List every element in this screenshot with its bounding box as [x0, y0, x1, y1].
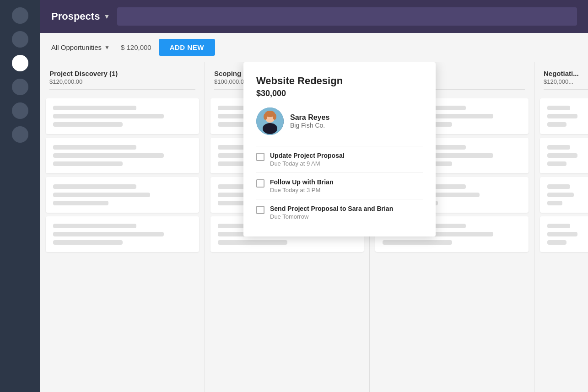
title-dropdown-icon[interactable]: ▼	[103, 13, 110, 20]
column-header-negotiation: Negotiati... $120,000...	[534, 62, 588, 95]
task-title-3: Send Project Proposal to Sara and Brian	[270, 205, 393, 212]
task-content-1: Update Project Proposal Due Today at 9 A…	[270, 152, 345, 167]
skeleton-line	[547, 224, 570, 228]
skeleton-line	[53, 201, 108, 205]
skeleton-line	[53, 224, 136, 228]
task-checkbox-1[interactable]	[256, 153, 264, 161]
task-content-3: Send Project Proposal to Sara and Brian …	[270, 205, 393, 220]
table-row[interactable]	[540, 177, 588, 213]
task-checkbox-2[interactable]	[256, 179, 264, 188]
skeleton-line	[53, 161, 123, 166]
app-container: Prospects ▼ All Opportunities ▼ $ 120,00…	[0, 0, 588, 392]
column-project-discovery: Project Discovery (1) $120,000.00	[40, 62, 205, 392]
task-title-2: Follow Up with Brian	[270, 178, 333, 186]
table-row[interactable]	[540, 98, 588, 134]
total-amount: $ 120,000	[121, 43, 151, 51]
popup-title: Website Redesign	[256, 75, 423, 87]
table-row[interactable]	[540, 216, 588, 252]
skeleton-line	[53, 184, 136, 189]
table-row[interactable]	[46, 138, 199, 173]
skeleton-line	[53, 145, 136, 150]
contact-company: Big Fish Co.	[290, 122, 329, 129]
svg-point-1	[263, 123, 277, 134]
skeleton-line	[547, 153, 577, 158]
sidebar-item-2[interactable]	[12, 31, 28, 48]
table-row[interactable]	[46, 98, 199, 134]
column-amount: $120,000...	[544, 78, 588, 85]
column-negotiation: Negotiati... $120,000...	[534, 62, 588, 392]
contact-name: Sara Reyes	[290, 113, 329, 122]
skeleton-line	[547, 240, 566, 245]
skeleton-line	[53, 193, 150, 197]
skeleton-line	[53, 114, 164, 118]
sidebar	[0, 0, 40, 392]
sidebar-item-5[interactable]	[12, 102, 28, 119]
skeleton-line	[547, 193, 574, 197]
toolbar: All Opportunities ▼ $ 120,000 ADD NEW	[40, 33, 588, 62]
header: Prospects ▼	[40, 0, 588, 33]
task-due-3: Due Tomorrow	[270, 213, 393, 220]
skeleton-line	[547, 201, 562, 205]
column-divider	[544, 89, 588, 90]
skeleton-line	[547, 122, 566, 127]
page-title: Prospects ▼	[51, 11, 110, 22]
table-row[interactable]	[540, 138, 588, 173]
main-content: Prospects ▼ All Opportunities ▼ $ 120,00…	[40, 0, 588, 392]
opportunity-popup[interactable]: Website Redesign $30,000	[243, 62, 436, 236]
popup-amount: $30,000	[256, 89, 423, 98]
avatar-image	[256, 107, 284, 135]
skeleton-line	[547, 232, 577, 236]
skeleton-line	[53, 240, 123, 245]
avatar	[256, 107, 284, 135]
task-item-1: Update Project Proposal Due Today at 9 A…	[256, 146, 423, 172]
table-row[interactable]	[46, 177, 199, 213]
task-item-3: Send Project Proposal to Sara and Brian …	[256, 199, 423, 226]
filter-label: All Opportunities	[51, 43, 102, 51]
title-text: Prospects	[51, 11, 100, 22]
tasks-list: Update Project Proposal Due Today at 9 A…	[256, 146, 423, 226]
contact-info: Sara Reyes Big Fish Co.	[290, 113, 329, 129]
cards-list	[534, 95, 588, 256]
table-row[interactable]	[46, 216, 199, 252]
cards-list	[40, 95, 205, 256]
skeleton-line	[547, 161, 566, 166]
column-divider	[49, 89, 195, 90]
skeleton-line	[383, 240, 452, 245]
sidebar-item-4[interactable]	[12, 79, 28, 95]
skeleton-line	[218, 240, 287, 245]
column-header-project-discovery: Project Discovery (1) $120,000.00	[40, 62, 205, 95]
column-title: Project Discovery (1)	[49, 70, 195, 77]
filter-dropdown[interactable]: All Opportunities ▼	[51, 43, 110, 51]
task-content-2: Follow Up with Brian Due Today at 3 PM	[270, 178, 333, 193]
search-input[interactable]	[117, 7, 577, 26]
skeleton-line	[547, 114, 577, 118]
skeleton-line	[53, 153, 164, 158]
sidebar-item-6[interactable]	[12, 126, 28, 143]
skeleton-line	[53, 232, 164, 236]
task-due-1: Due Today at 9 AM	[270, 160, 345, 167]
task-checkbox-3[interactable]	[256, 206, 264, 214]
skeleton-line	[547, 184, 570, 189]
skeleton-line	[53, 106, 136, 110]
task-item-2: Follow Up with Brian Due Today at 3 PM	[256, 172, 423, 199]
task-due-2: Due Today at 3 PM	[270, 187, 333, 193]
popup-contact: Sara Reyes Big Fish Co.	[256, 107, 423, 135]
skeleton-line	[53, 122, 123, 127]
column-title: Negotiati...	[544, 70, 588, 77]
sidebar-item-3[interactable]	[12, 55, 28, 71]
task-title-1: Update Project Proposal	[270, 152, 345, 159]
svg-point-5	[273, 113, 276, 120]
skeleton-line	[547, 145, 570, 150]
sidebar-item-1[interactable]	[12, 7, 28, 24]
column-amount: $120,000.00	[49, 78, 195, 85]
add-new-button[interactable]: ADD NEW	[159, 39, 215, 56]
kanban-board: Project Discovery (1) $120,000.00	[40, 62, 588, 392]
skeleton-line	[547, 106, 570, 110]
filter-chevron-icon: ▼	[104, 44, 110, 51]
svg-point-4	[264, 113, 267, 120]
